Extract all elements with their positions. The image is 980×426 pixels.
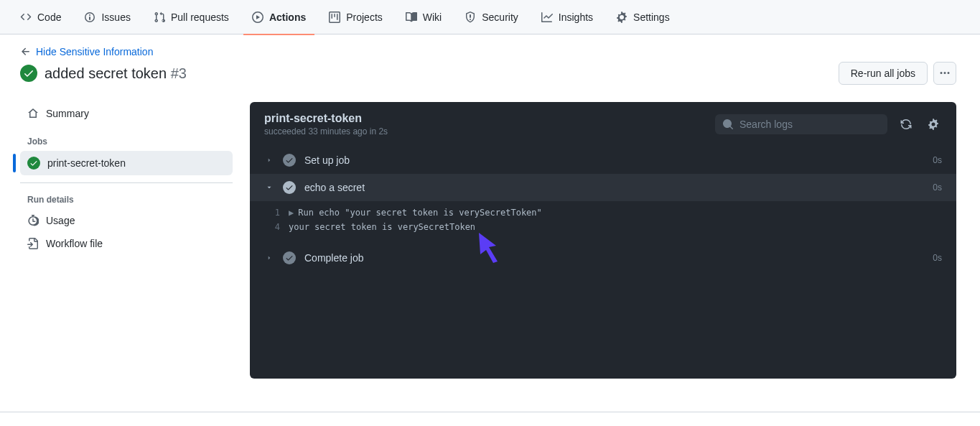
tab-label: Security — [482, 11, 518, 23]
step-duration: 0s — [933, 155, 942, 165]
sync-icon — [900, 119, 912, 130]
line-number: 4 — [264, 220, 280, 234]
check-icon — [283, 251, 296, 264]
graph-icon — [541, 11, 553, 23]
home-icon — [27, 108, 39, 119]
gear-icon — [616, 11, 627, 23]
tab-code[interactable]: Code — [11, 1, 70, 35]
sidebar-label: Workflow file — [46, 238, 103, 249]
project-icon — [329, 11, 340, 23]
job-log-panel: print-secret-token succeeded 33 minutes … — [250, 102, 956, 379]
step-setup[interactable]: Set up job 0s — [250, 147, 956, 174]
search-icon — [722, 119, 734, 130]
tab-label: Projects — [346, 11, 383, 23]
tab-insights[interactable]: Insights — [533, 1, 602, 35]
refresh-button[interactable] — [897, 116, 915, 133]
code-icon — [20, 11, 32, 23]
check-icon — [27, 157, 40, 170]
step-name: Complete job — [304, 252, 924, 264]
tab-settings[interactable]: Settings — [607, 1, 678, 35]
tab-label: Actions — [269, 11, 306, 23]
run-status-icon — [20, 65, 37, 82]
settings-button[interactable] — [925, 116, 942, 133]
file-symlink-icon — [27, 238, 39, 249]
button-label: Re-run all jobs — [851, 68, 915, 79]
back-link[interactable]: Hide Sensitive Information — [20, 46, 153, 57]
sidebar-label: print-secret-token — [47, 157, 126, 169]
sidebar-label: Usage — [46, 215, 75, 226]
log-line-text: your secret token is verySecretToken — [289, 220, 475, 234]
run-title-text: added secret token — [45, 65, 167, 81]
footer-divider — [0, 412, 980, 419]
log-search-input[interactable] — [739, 119, 880, 130]
step-name: echo a secret — [304, 182, 924, 193]
pr-icon — [154, 11, 165, 23]
tab-projects[interactable]: Projects — [320, 1, 391, 35]
sidebar: Summary Jobs print-secret-token Run deta… — [20, 102, 233, 255]
sidebar-summary[interactable]: Summary — [20, 102, 233, 125]
step-complete[interactable]: Complete job 0s — [250, 244, 956, 272]
issue-icon — [84, 11, 95, 23]
kebab-menu-button[interactable] — [933, 62, 956, 85]
workflow-run-title: added secret token #3 — [45, 65, 187, 82]
check-icon — [283, 181, 296, 194]
step-name: Set up job — [304, 154, 924, 166]
tab-label: Issues — [101, 11, 130, 23]
chevron-right-icon — [264, 157, 274, 164]
kebab-icon — [939, 68, 951, 79]
step-echo-secret[interactable]: echo a secret 0s — [250, 174, 956, 201]
sidebar-jobs-heading: Jobs — [20, 125, 233, 151]
sidebar-usage[interactable]: Usage — [20, 209, 233, 232]
run-number: #3 — [171, 65, 187, 81]
job-title: print-secret-token — [264, 112, 388, 125]
play-icon — [252, 11, 263, 23]
chevron-down-icon — [264, 184, 274, 191]
book-icon — [406, 11, 417, 23]
log-output: 1 ▶Run echo "your secret token is verySe… — [250, 201, 956, 244]
step-duration: 0s — [933, 182, 942, 193]
tab-wiki[interactable]: Wiki — [397, 1, 450, 35]
tab-label: Insights — [559, 11, 593, 23]
tab-label: Pull requests — [171, 11, 229, 23]
line-number: 1 — [264, 205, 280, 220]
repo-tabs: Code Issues Pull requests Actions Projec… — [0, 0, 980, 34]
sidebar-rundetails-heading: Run details — [20, 183, 233, 209]
tab-actions[interactable]: Actions — [243, 1, 314, 35]
tab-pulls[interactable]: Pull requests — [145, 1, 238, 35]
arrow-left-icon — [20, 46, 32, 57]
rerun-all-button[interactable]: Re-run all jobs — [839, 62, 928, 85]
tab-label: Wiki — [423, 11, 442, 23]
shield-icon — [465, 11, 476, 23]
tab-security[interactable]: Security — [456, 1, 527, 35]
step-duration: 0s — [933, 253, 942, 263]
tab-label: Code — [37, 11, 61, 23]
log-search[interactable] — [715, 114, 887, 134]
tab-issues[interactable]: Issues — [75, 1, 139, 35]
gear-icon — [928, 119, 939, 130]
chevron-right-icon — [264, 254, 274, 261]
log-line-text: ▶Run echo "your secret token is verySecr… — [289, 205, 542, 220]
tab-label: Settings — [633, 11, 670, 23]
stopwatch-icon — [27, 215, 39, 226]
sidebar-job-item[interactable]: print-secret-token — [20, 151, 233, 175]
back-link-text: Hide Sensitive Information — [36, 46, 153, 57]
sidebar-label: Summary — [46, 108, 89, 119]
check-icon — [283, 154, 296, 167]
job-subtitle: succeeded 33 minutes ago in 2s — [264, 126, 388, 136]
sidebar-workflow-file[interactable]: Workflow file — [20, 232, 233, 255]
